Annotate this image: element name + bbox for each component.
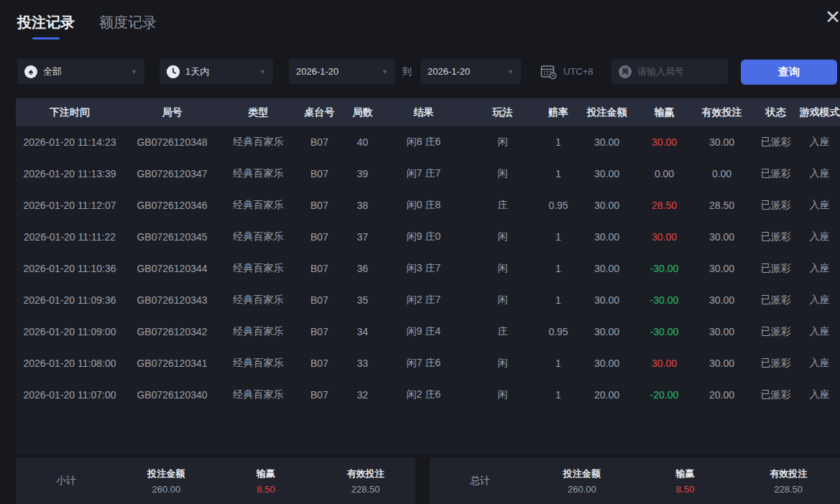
cell-win-loss: -30.00 xyxy=(637,263,691,274)
column-header-result: 结果 xyxy=(382,106,465,119)
cell-bet-amount: 30.00 xyxy=(576,294,637,306)
cell-odds: 1 xyxy=(540,294,576,306)
cell-win-loss: 30.00 xyxy=(637,231,691,243)
cell-bet-amount: 30.00 xyxy=(576,263,637,274)
column-header-bet-amount: 投注金额 xyxy=(576,106,637,119)
bet-records-table: 下注时间局号类型桌台号局数结果玩法赔率投注金额输赢有效投注状态游戏模式 2026… xyxy=(16,98,840,454)
date-from-picker[interactable]: 2026-1-20 ▼ xyxy=(289,59,395,84)
subtotal-bet-amount: 投注金额 260.00 xyxy=(116,467,216,495)
total-panel: 总计 投注金额 260.00 输赢 8.50 有效投注 228.50 xyxy=(430,457,840,504)
time-range-dropdown[interactable]: 1天内 ▼ xyxy=(160,59,273,84)
cell-odds: 1 xyxy=(540,389,576,401)
table-row: 2026-01-20 11:11:22GB0726120345经典百家乐B073… xyxy=(16,221,840,253)
winloss-value: 8.50 xyxy=(216,484,316,495)
cell-valid-bet: 30.00 xyxy=(691,231,752,243)
cell-play-type: 闲 xyxy=(465,262,540,275)
cell-odds: 1 xyxy=(540,136,576,148)
table-header-row: 下注时间局号类型桌台号局数结果玩法赔率投注金额输赢有效投注状态游戏模式 xyxy=(16,98,840,126)
cell-status: 已派彩 xyxy=(752,294,799,307)
date-to-value: 2026-1-20 xyxy=(428,66,470,77)
cell-play-type: 闲 xyxy=(465,294,540,307)
chevron-down-icon: ▼ xyxy=(259,68,266,75)
chevron-down-icon: ▼ xyxy=(382,68,388,75)
game-type-value: 全部 xyxy=(43,65,62,78)
cell-valid-bet: 28.50 xyxy=(691,200,752,211)
date-to-picker[interactable]: 2026-1-20 ▼ xyxy=(420,59,521,84)
cell-valid-bet: 30.00 xyxy=(691,263,752,274)
cell-round-id: GB0726120343 xyxy=(124,294,221,306)
clock-icon xyxy=(167,65,180,78)
cell-table-no: B07 xyxy=(296,358,343,369)
column-header-round-no: 局数 xyxy=(343,106,382,119)
cell-win-loss: 30.00 xyxy=(637,136,691,148)
cell-odds: 1 xyxy=(540,263,576,274)
table-row: 2026-01-20 11:09:36GB0726120343经典百家乐B073… xyxy=(16,284,840,316)
cell-bet-time: 2026-01-20 11:09:00 xyxy=(16,326,124,337)
cell-round-id: GB0726120346 xyxy=(124,200,221,211)
cell-table-no: B07 xyxy=(296,231,343,243)
cell-valid-bet: 20.00 xyxy=(691,389,752,401)
cell-bet-time: 2026-01-20 11:08:00 xyxy=(16,358,124,369)
cell-odds: 1 xyxy=(540,231,576,243)
query-button[interactable]: 查询 xyxy=(741,60,837,85)
cell-bet-amount: 30.00 xyxy=(576,358,637,369)
cell-bet-time: 2026-01-20 11:14:23 xyxy=(16,136,124,148)
game-type-dropdown[interactable]: ♠ 全部 ▼ xyxy=(17,59,144,84)
cell-round-no: 32 xyxy=(343,389,382,401)
bet-amount-value: 260.00 xyxy=(530,484,634,495)
bet-amount-value: 260.00 xyxy=(116,484,216,495)
cell-win-loss: 30.00 xyxy=(637,358,691,369)
cell-bet-time: 2026-01-20 11:11:22 xyxy=(16,231,124,243)
round-input[interactable] xyxy=(637,66,716,77)
cell-valid-bet: 30.00 xyxy=(691,326,752,337)
cell-status: 已派彩 xyxy=(752,262,799,275)
winloss-label: 输赢 xyxy=(634,467,737,480)
cell-odds: 0.95 xyxy=(540,200,576,211)
cell-odds: 1 xyxy=(540,168,576,179)
cell-status: 已派彩 xyxy=(752,167,799,180)
cell-status: 已派彩 xyxy=(752,136,799,149)
cell-game-mode: 入座 xyxy=(799,230,840,243)
cell-game-type: 经典百家乐 xyxy=(221,294,296,307)
cell-win-loss: 28.50 xyxy=(637,200,691,211)
cell-result: 闲9 庄0 xyxy=(382,230,465,243)
cell-bet-amount: 30.00 xyxy=(576,326,637,337)
cell-game-mode: 入座 xyxy=(799,199,840,212)
table-row: 2026-01-20 11:14:23GB0726120348经典百家乐B074… xyxy=(16,126,840,158)
valid-bet-label: 有效投注 xyxy=(315,467,415,480)
cell-game-mode: 入座 xyxy=(799,388,840,401)
cell-result: 闲7 庄6 xyxy=(382,357,465,370)
cell-result: 闲2 庄6 xyxy=(382,388,465,401)
timezone-label: UTC+8 xyxy=(563,66,594,77)
cell-game-type: 经典百家乐 xyxy=(221,136,296,149)
time-range-value: 1天内 xyxy=(185,65,209,78)
cell-round-no: 34 xyxy=(343,326,382,337)
to-label: 到 xyxy=(402,65,412,78)
round-icon: 局 xyxy=(619,65,632,78)
cell-bet-time: 2026-01-20 11:13:39 xyxy=(16,168,124,179)
tab-bet-records[interactable]: 投注记录 xyxy=(17,13,75,39)
cell-result: 闲8 庄6 xyxy=(382,136,465,149)
cell-round-id: GB0726120344 xyxy=(124,263,221,274)
cell-bet-amount: 20.00 xyxy=(576,389,637,401)
cell-round-id: GB0726120340 xyxy=(124,389,221,401)
round-search-field[interactable]: 局 xyxy=(611,59,728,84)
cell-game-mode: 入座 xyxy=(799,262,840,275)
close-icon[interactable]: ✕ xyxy=(820,4,840,30)
cell-game-mode: 入座 xyxy=(799,167,840,180)
cell-round-no: 37 xyxy=(343,231,382,243)
table-row: 2026-01-20 11:10:36GB0726120344经典百家乐B073… xyxy=(16,253,840,284)
cell-game-mode: 入座 xyxy=(799,294,840,307)
tab-quota-records[interactable]: 额度记录 xyxy=(99,13,157,39)
cell-game-mode: 入座 xyxy=(799,136,840,149)
cell-game-type: 经典百家乐 xyxy=(221,230,296,243)
table-body: 2026-01-20 11:14:23GB0726120348经典百家乐B074… xyxy=(16,126,840,454)
cell-win-loss: -30.00 xyxy=(637,294,691,306)
bet-amount-label: 投注金额 xyxy=(530,467,634,480)
chevron-down-icon: ▼ xyxy=(507,68,514,75)
cell-bet-amount: 30.00 xyxy=(576,136,637,148)
cell-game-mode: 入座 xyxy=(799,357,840,370)
total-valid-bet: 有效投注 228.50 xyxy=(737,467,840,495)
cell-result: 闲2 庄7 xyxy=(382,294,465,307)
chevron-down-icon: ▼ xyxy=(131,68,137,75)
